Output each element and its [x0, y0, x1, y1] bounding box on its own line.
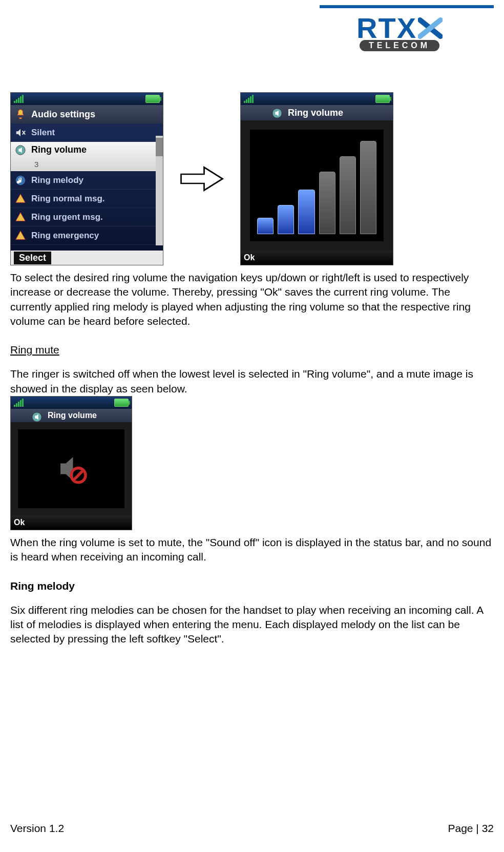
- volume-bar-1: [257, 218, 274, 234]
- page-content: Audio settings Silent: [10, 92, 494, 647]
- screen-title: Ring volume: [11, 409, 132, 422]
- volume-bar-chart[interactable]: [241, 120, 393, 251]
- volume-bar-6: [360, 141, 376, 234]
- svg-line-5: [73, 470, 83, 481]
- heading-ring-melody: Ring melody: [10, 580, 494, 592]
- screen-title-text: Audio settings: [31, 109, 95, 120]
- document-page: RTX TELECOM: [0, 0, 504, 852]
- phone-screen-ring-volume: Ring volume Ok: [240, 92, 393, 265]
- screen-title-text: Ring volume: [288, 108, 343, 118]
- paragraph: Six different ring melodies can be chose…: [10, 603, 494, 647]
- status-bar: [11, 397, 132, 409]
- menu-item-label: Silent: [31, 128, 55, 138]
- heading-ring-mute: Ring mute: [10, 344, 494, 356]
- softkey-bar: Ok: [11, 515, 132, 530]
- alert-icon: [15, 193, 26, 204]
- menu-item-ring-normal-msg[interactable]: Ring normal msg.: [11, 190, 163, 208]
- footer-version: Version 1.2: [10, 822, 64, 835]
- screen-title: Ring volume: [241, 105, 393, 120]
- menu-item-ring-volume[interactable]: Ring volume 3: [11, 142, 163, 171]
- arrow-right-icon: [179, 161, 225, 197]
- menu-item-ring-emergency[interactable]: Ring emergency: [11, 226, 163, 245]
- softkey-bar: Select: [11, 251, 163, 265]
- softkey-ok[interactable]: Ok: [244, 253, 255, 262]
- signal-icon: [14, 399, 24, 407]
- menu-item-ring-urgent-msg[interactable]: Ring urgent msg.: [11, 208, 163, 226]
- menu-item-ring-melody[interactable]: Ring melody: [11, 171, 163, 190]
- menu-item-label: Ring urgent msg.: [31, 212, 103, 222]
- phone-screen-audio-settings: Audio settings Silent: [10, 92, 163, 265]
- mute-indicator: [11, 422, 132, 515]
- battery-icon: [375, 95, 390, 103]
- volume-bar-5: [340, 156, 356, 234]
- sound-off-icon: [53, 451, 89, 487]
- phone-body: Ring volume: [241, 105, 393, 251]
- volume-bar-2: [278, 205, 294, 234]
- softkey-ok[interactable]: Ok: [14, 518, 25, 527]
- logo-letters: RTX: [356, 15, 417, 41]
- volume-bar-3: [298, 190, 314, 234]
- menu-item-silent[interactable]: Silent: [11, 123, 163, 142]
- logo-x-icon: [418, 16, 443, 40]
- phone-screen-ring-volume-mute: Ring volume Ok: [10, 396, 132, 530]
- screen-title-text: Ring volume: [48, 411, 97, 420]
- note-icon: [15, 175, 26, 186]
- menu-item-label: Ring emergency: [31, 231, 99, 241]
- status-bar: [11, 93, 163, 105]
- phone-body: Audio settings Silent: [11, 105, 163, 251]
- logo-text: RTX: [356, 15, 443, 41]
- menu-item-label: Ring normal msg.: [31, 194, 105, 204]
- footer-page: Page | 32: [448, 822, 494, 835]
- speaker-icon: [271, 108, 283, 118]
- phone-body: Ring volume: [11, 409, 132, 515]
- paragraph: To select the desired ring volume the na…: [10, 271, 494, 328]
- battery-icon: [145, 95, 160, 103]
- header-rule: [320, 5, 494, 8]
- volume-bar-4: [319, 172, 335, 234]
- scrollbar-thumb[interactable]: [156, 138, 163, 156]
- alert-icon: [15, 212, 26, 223]
- logo-subtext: TELECOM: [360, 40, 439, 51]
- bell-icon: [15, 109, 26, 120]
- screenshots-row-1: Audio settings Silent: [10, 92, 494, 265]
- battery-icon: [114, 399, 129, 407]
- screen-title: Audio settings: [11, 105, 163, 123]
- speaker-icon: [15, 144, 26, 156]
- alert-icon: [15, 230, 26, 241]
- menu-item-label: Ring volume: [31, 144, 87, 155]
- paragraph: The ringer is switched off when the lowe…: [10, 367, 494, 396]
- signal-icon: [14, 95, 24, 103]
- softkey-select[interactable]: Select: [14, 252, 51, 264]
- softkey-bar: Ok: [241, 251, 393, 265]
- page-footer: Version 1.2 Page | 32: [10, 822, 494, 835]
- signal-icon: [244, 95, 254, 103]
- menu-item-sublabel: 3: [15, 160, 38, 169]
- speaker-icon: [31, 411, 43, 420]
- scrollbar[interactable]: [156, 136, 163, 245]
- mute-icon: [15, 127, 26, 138]
- menu-list: Silent Ring volume 3: [11, 123, 163, 251]
- status-bar: [241, 93, 393, 105]
- paragraph: When the ring volume is set to mute, the…: [10, 535, 494, 565]
- brand-logo: RTX TELECOM: [356, 15, 443, 51]
- menu-item-label: Ring melody: [31, 175, 83, 185]
